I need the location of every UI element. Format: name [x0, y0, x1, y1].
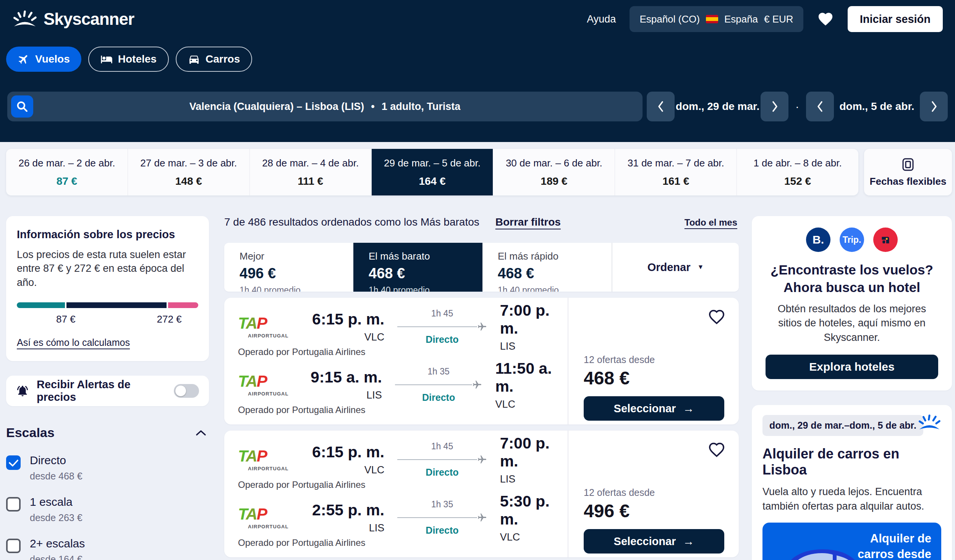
price-bar-mid-segment: [66, 302, 167, 308]
locale-currency: € EUR: [764, 13, 793, 25]
stop-option-2plus-escalas[interactable]: 2+ escalas desde 164 €: [6, 537, 209, 560]
date-range-tabs: 26 de mar. – 2 de abr. 87 € 27 de mar. –…: [6, 149, 858, 195]
help-link[interactable]: Ayuda: [587, 13, 616, 25]
return-next-day-button[interactable]: [920, 92, 948, 121]
chevron-left-icon: [815, 100, 825, 113]
select-button[interactable]: Seleccionar →: [584, 396, 724, 421]
outbound-next-day-button[interactable]: [761, 92, 788, 121]
date-tab-28mar[interactable]: 28 de mar. – 4 de abr. 111 €: [250, 149, 372, 195]
arrow-right-icon: →: [683, 402, 694, 415]
locale-selector[interactable]: Español (CO) España € EUR: [630, 6, 803, 32]
checkbox-2plus-escalas[interactable]: [6, 539, 21, 553]
stop-sub-price: desde 164 €: [30, 554, 85, 560]
trip-logo-icon: Trip.: [840, 228, 864, 252]
price-alerts-toggle[interactable]: [174, 384, 199, 398]
stop-option-1-escala[interactable]: 1 escala desde 263 €: [6, 495, 209, 523]
search-summary-bar[interactable]: Valencia (Cualquiera) – Lisboa (LIS) • 1…: [7, 92, 643, 121]
hotel-promo-card: B. Trip. ¿Encontraste los vuelos? Ahora …: [752, 216, 952, 391]
search-icon: [16, 100, 28, 113]
date-tab-26mar[interactable]: 26 de mar. – 2 de abr. 87 €: [6, 149, 128, 195]
departure-time: 6:15 p. m.: [288, 443, 384, 461]
outbound-prev-day-button[interactable]: [647, 92, 675, 121]
date-tab-29mar-selected[interactable]: 29 de mar. – 5 de abr. 164 €: [372, 149, 494, 195]
price-alerts-row: Recibir Alertas de precios: [6, 376, 209, 406]
sort-tab-mas-rapido[interactable]: El más rápido 468 € 1h 40 promedio: [482, 243, 612, 292]
chevron-right-icon: [929, 100, 939, 113]
chevron-left-icon: [656, 100, 666, 113]
stop-option-directo[interactable]: Directo desde 468 €: [6, 454, 209, 482]
date-tab-30mar[interactable]: 30 de mar. – 6 de abr. 189 €: [493, 149, 615, 195]
price-bar-high-segment: [168, 302, 198, 308]
departure-time: 9:15 a. m.: [288, 368, 382, 386]
date-range: 30 de mar. – 6 de abr.: [506, 157, 602, 169]
booking-logo-icon: B.: [806, 228, 830, 252]
date-range: 28 de mar. – 4 de abr.: [262, 157, 359, 169]
flight-result-card-1[interactable]: TAP AIRPORTUGAL 6:15 p. m. VLC 1h 45 Dir…: [224, 298, 739, 424]
whole-month-link[interactable]: Todo el mes: [685, 217, 737, 228]
sort-tab-label: El más barato: [369, 250, 482, 262]
car-rental-banner[interactable]: Alquiler de carros desde 7 € por día →: [762, 523, 941, 560]
date-price: 161 €: [662, 175, 689, 187]
date-range: 1 de abr. – 8 de abr.: [753, 157, 842, 169]
chevron-up-icon[interactable]: [195, 429, 207, 437]
saved-heart-icon[interactable]: [817, 11, 834, 27]
date-tab-31mar[interactable]: 31 de mar. – 7 de abr. 161 €: [615, 149, 737, 195]
outbound-leg: TAP AIRPORTUGAL 6:15 p. m. VLC 1h 45 Dir…: [238, 441, 568, 479]
checkbox-directo-checked[interactable]: [6, 455, 21, 470]
results-summary: 7 de 486 resultados ordenados como los M…: [224, 216, 479, 228]
tab-hoteles-label: Hoteles: [118, 53, 157, 65]
arrival-airport: LIS: [500, 341, 568, 352]
clear-filters-link[interactable]: Borrar filtros: [495, 216, 561, 228]
flexible-dates-button[interactable]: Fechas flexibles: [864, 149, 952, 195]
select-button[interactable]: Seleccionar →: [584, 529, 724, 554]
sort-tab-mas-barato-selected[interactable]: El más barato 468 € 1h 40 promedio: [353, 243, 482, 292]
leg-stops: Directo: [397, 467, 487, 478]
tab-vuelos[interactable]: Vuelos: [6, 47, 81, 72]
hotel-promo-title-line2: Ahora busca un hotel: [766, 279, 938, 296]
stop-label: 2+ escalas: [30, 537, 85, 550]
favorite-heart-icon[interactable]: [708, 442, 725, 458]
sort-tab-duration: 1h 40 promedio: [369, 285, 482, 292]
sort-dropdown-button[interactable]: Ordenar ▼: [612, 243, 739, 292]
brand-name: Skyscanner: [44, 10, 134, 29]
date-dot-separator: ·: [788, 100, 806, 113]
flight-result-card-2[interactable]: TAP AIRPORTUGAL 6:15 p. m. VLC 1h 45 Dir…: [224, 431, 739, 557]
skyscanner-logo[interactable]: Skyscanner: [12, 9, 134, 29]
card-price: 468 €: [584, 368, 724, 389]
airline-logo-tap: TAP AIRPORTUGAL: [238, 373, 288, 397]
departure-airport: VLC: [288, 331, 384, 343]
sort-tab-mejor[interactable]: Mejor 496 € 1h 40 promedio: [224, 243, 353, 292]
plane-icon: [472, 380, 482, 390]
date-range: 31 de mar. – 7 de abr.: [628, 157, 724, 169]
sort-tabs-bar: Mejor 496 € 1h 40 promedio El más barato…: [224, 243, 739, 292]
return-prev-day-button[interactable]: [806, 92, 834, 121]
date-tab-27mar[interactable]: 27 de mar. – 3 de abr. 148 €: [128, 149, 250, 195]
explore-hotels-button[interactable]: Explora hoteles: [766, 355, 938, 379]
car-promo-title: Alquiler de carros en Lisboa: [762, 446, 941, 478]
checkbox-1-escala[interactable]: [6, 497, 21, 512]
price-max-label: 272 €: [157, 313, 181, 325]
tab-hoteles[interactable]: Hoteles: [88, 47, 169, 72]
sort-tab-duration: 1h 40 promedio: [498, 285, 612, 292]
search-button[interactable]: [11, 95, 33, 118]
card-price: 496 €: [584, 500, 724, 521]
calendar-icon: [902, 157, 915, 172]
leg-duration: 1h 45: [397, 308, 487, 319]
favorite-heart-icon[interactable]: [708, 309, 725, 326]
leg-stops: Directo: [395, 392, 482, 403]
departure-airport: LIS: [288, 389, 382, 401]
date-price: 87 €: [57, 175, 78, 187]
car-promo-body: Vuela alto y rueda lejos. Encuentra tamb…: [762, 485, 941, 514]
date-tab-1abr[interactable]: 1 de abr. – 8 de abr. 152 €: [737, 149, 858, 195]
return-date: dom., 5 de abr.: [834, 100, 920, 113]
price-info-panel: Información sobre los precios Los precio…: [6, 216, 209, 361]
tab-carros[interactable]: Carros: [176, 47, 252, 72]
date-range: 27 de mar. – 3 de abr.: [140, 157, 237, 169]
sign-in-button[interactable]: Iniciar sesión: [848, 6, 943, 32]
leg-stops: Directo: [397, 334, 487, 345]
price-range-bar: [17, 302, 198, 308]
bed-icon: [100, 53, 113, 65]
how-we-calculate-link[interactable]: Así es cómo lo calculamos: [17, 337, 130, 348]
hotel-promo-title-line1: ¿Encontraste los vuelos?: [766, 261, 938, 279]
car-banner-title-line2: carros desde: [840, 547, 931, 560]
